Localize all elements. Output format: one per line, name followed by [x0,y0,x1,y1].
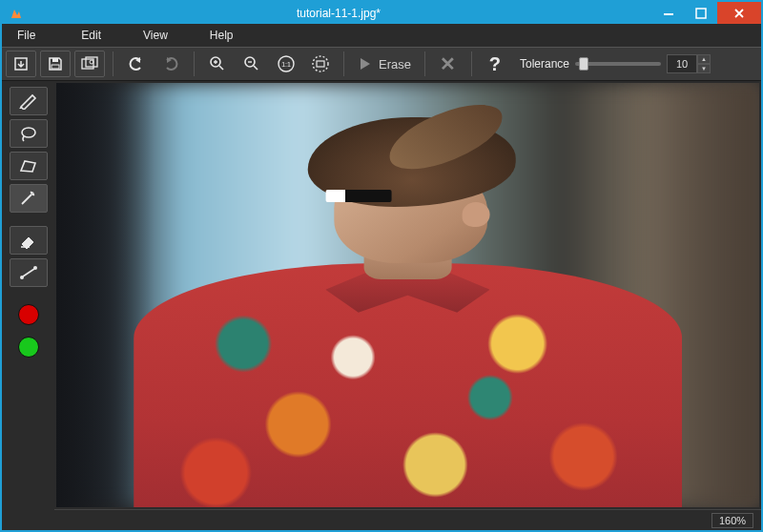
cancel-icon: ✕ [440,52,456,75]
canvas-area: 160% [54,81,761,530]
play-icon [358,56,373,72]
zoom-fit-button[interactable] [305,51,336,77]
foreground-color-button[interactable] [10,300,48,329]
svg-rect-4 [52,65,59,69]
app-icon [8,5,25,22]
lasso-tool-button[interactable] [10,119,48,148]
erase-button[interactable]: Erase [352,51,417,77]
svg-point-14 [22,128,35,137]
tolerance-up-button[interactable]: ▲ [697,54,711,64]
foreground-color-icon [18,304,39,325]
toolbar-separator [113,51,113,76]
window-controls [652,2,761,24]
close-button[interactable] [717,2,761,24]
magic-wand-tool-button[interactable] [10,184,48,213]
erase-label: Erase [379,57,411,72]
menu-view[interactable]: View [122,24,189,47]
menubar: File Edit View Help [2,24,761,47]
svg-rect-1 [696,9,706,18]
tolerance-spinner: 10 ▲ ▼ [667,54,711,73]
tolerance-control: Tolerance 10 ▲ ▼ [520,54,711,73]
zoom-1to1-button[interactable]: 1:1 [271,51,301,77]
undo-button[interactable] [121,51,152,77]
toolbar: 1:1 Erase ✕ ? Tolerance 10 ▲ ▼ [2,47,761,81]
main-area: 160% [2,81,761,530]
tolerance-down-button[interactable]: ▼ [697,64,711,73]
toolbar-separator [471,51,472,76]
menu-file[interactable]: File [8,24,60,47]
minimize-button[interactable] [652,2,685,24]
tolerance-slider[interactable] [575,62,661,66]
redo-button[interactable] [155,51,186,77]
cancel-button[interactable]: ✕ [433,51,464,77]
svg-rect-0 [664,13,673,15]
tolerance-label: Tolerance [520,57,569,71]
line-tool-button[interactable] [10,258,48,287]
svg-text:1:1: 1:1 [281,61,291,68]
background-color-button[interactable] [10,333,48,361]
help-icon: ? [489,53,501,75]
slider-knob[interactable] [579,57,588,71]
zoom-in-button[interactable] [202,51,233,77]
marker-tool-button[interactable] [10,87,48,115]
window-title: tutorial-11-1.jpg* [25,7,652,20]
toolbar-separator [194,51,195,76]
maximize-button[interactable] [685,2,717,24]
toolbar-separator [343,51,344,76]
image-content [56,83,759,507]
eraser-tool-button[interactable] [10,226,48,255]
help-button[interactable]: ? [480,51,510,77]
background-color-icon [18,337,39,358]
zoom-out-button[interactable] [237,51,267,77]
toolbar-separator [424,51,425,76]
canvas[interactable] [54,81,761,509]
app-window: tutorial-11-1.jpg* File Edit View Help 1… [2,2,761,530]
svg-point-12 [313,56,328,72]
screenshot-button[interactable] [74,51,105,77]
zoom-level[interactable]: 160% [711,513,753,528]
side-toolbar [2,81,54,530]
svg-rect-3 [52,58,58,62]
menu-edit[interactable]: Edit [60,24,122,47]
titlebar[interactable]: tutorial-11-1.jpg* [2,2,761,24]
svg-rect-13 [317,61,324,67]
open-file-button[interactable] [6,51,36,77]
tolerance-value[interactable]: 10 [667,54,697,73]
save-button[interactable] [40,51,71,77]
menu-help[interactable]: Help [189,24,255,47]
status-bar: 160% [54,509,761,530]
polygon-tool-button[interactable] [10,152,48,180]
